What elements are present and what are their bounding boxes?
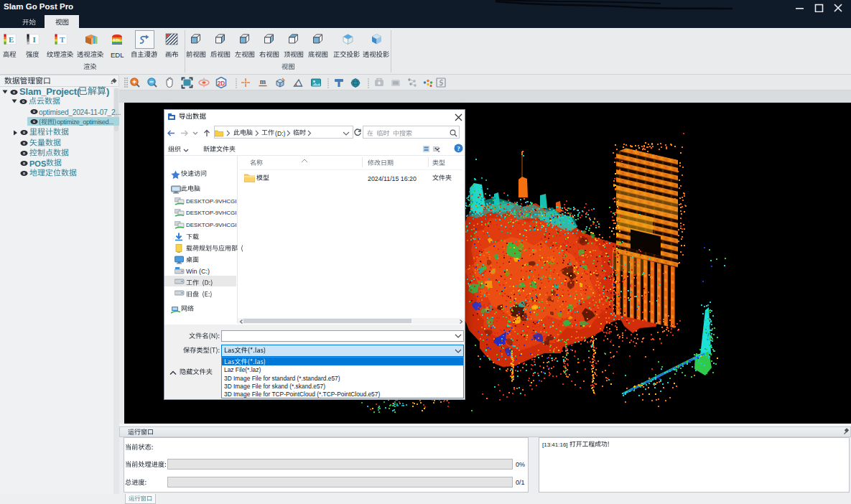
svg-text:?: ? bbox=[457, 145, 460, 152]
svg-text:T: T bbox=[60, 35, 65, 44]
svg-text:I: I bbox=[33, 35, 36, 44]
svg-text:m: m bbox=[260, 78, 266, 85]
svg-text:EDL: EDL bbox=[113, 38, 122, 42]
svg-text:2D: 2D bbox=[218, 80, 225, 87]
svg-text:E: E bbox=[9, 35, 14, 44]
